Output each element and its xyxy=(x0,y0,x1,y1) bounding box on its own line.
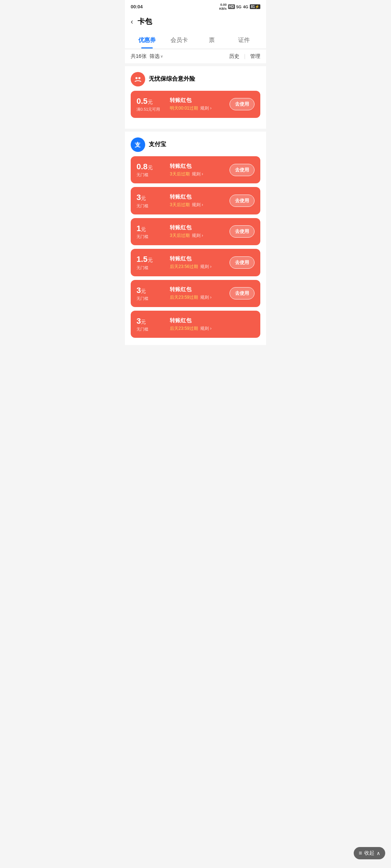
filter-bar: 共16张 筛选 ∨ 历史 ｜ 管理 xyxy=(125,50,266,63)
header: ‹ 卡包 xyxy=(125,12,266,32)
manage-button[interactable]: 管理 xyxy=(250,53,260,60)
divider: ｜ xyxy=(242,53,247,60)
coupon-condition: 满0.51元可用 xyxy=(136,107,165,112)
wuyou-section-name: 无忧保综合意外险 xyxy=(149,75,195,83)
coupon-card-alipay-2: 1元 无门槛 转账红包 3天后过期 规则 › 去使用 xyxy=(131,218,260,245)
coupon-amount-value: 0.5元 xyxy=(136,97,165,106)
coupon-info: 转账红包 3天后过期 规则 › xyxy=(165,193,230,208)
tab-bar: 优惠券 会员卡 票 证件 xyxy=(125,32,266,49)
coupon-expire-row: 明天00:01过期 规则 › xyxy=(170,105,225,111)
coupon-type-label: 转账红包 xyxy=(170,97,225,104)
coupon-card-alipay-5: 3元 无门槛 转账红包 后天23:59过期 规则 › xyxy=(131,311,260,338)
section-wuyou: 无忧保综合意外险 0.5元 满0.51元可用 转账红包 明天00:01过期 规则… xyxy=(125,66,266,129)
page-title: 卡包 xyxy=(138,17,152,26)
coupon-expire-row: 3天后过期 规则 › xyxy=(170,171,225,177)
coupon-info: 转账红包 3天后过期 规则 › xyxy=(165,224,230,239)
section-alipay: 支 支付宝 0.8元 无门槛 转账红包 3天后过期 规则 › 去使用 3元 无门… xyxy=(125,132,266,345)
filter-chevron-icon: ∨ xyxy=(160,54,163,58)
use-coupon-button-alipay-1[interactable]: 去使用 xyxy=(230,195,255,207)
filter-left: 共16张 筛选 ∨ xyxy=(131,53,163,60)
coupon-amount-area: 3元 无门槛 xyxy=(136,316,165,332)
tab-coupon[interactable]: 优惠券 xyxy=(131,32,163,48)
use-coupon-button-alipay-0[interactable]: 去使用 xyxy=(230,164,255,176)
tab-member[interactable]: 会员卡 xyxy=(163,32,196,48)
filter-right: 历史 ｜ 管理 xyxy=(229,53,260,60)
coupon-info: 转账红包 3天后过期 规则 › xyxy=(165,163,230,177)
coupon-expire-text: 后天23:59过期 xyxy=(170,294,198,301)
coupon-info: 转账红包 后天23:56过期 规则 › xyxy=(165,255,230,270)
coupon-rules-link[interactable]: 规则 › xyxy=(192,233,203,239)
coupon-amount-value: 3元 xyxy=(136,316,165,326)
network-speed-icon: 0.00KB/s xyxy=(219,3,227,11)
coupon-expire-row: 后天23:59过期 规则 › xyxy=(170,326,250,332)
5g-icon: 5G xyxy=(236,5,242,9)
coupon-expire-row: 后天23:56过期 规则 › xyxy=(170,264,225,270)
coupon-info: 转账红包 后天23:59过期 规则 › xyxy=(165,317,255,332)
svg-point-0 xyxy=(135,77,138,79)
coupon-type-label: 转账红包 xyxy=(170,317,250,324)
coupon-rules-link[interactable]: 规则 › xyxy=(200,294,211,301)
coupon-amount-area: 0.8元 无门槛 xyxy=(136,162,165,178)
coupon-expire-row: 3天后过期 规则 › xyxy=(170,233,225,239)
coupon-card-wuyou-0: 0.5元 满0.51元可用 转账红包 明天00:01过期 规则 › 去使用 xyxy=(131,91,260,118)
coupon-rules-link[interactable]: 规则 › xyxy=(192,202,203,208)
coupon-amount-area: 3元 无门槛 xyxy=(136,193,165,208)
coupon-amount-value: 1.5元 xyxy=(136,255,165,264)
status-time: 00:04 xyxy=(131,4,143,9)
coupon-card-alipay-0: 0.8元 无门槛 转账红包 3天后过期 规则 › 去使用 xyxy=(131,156,260,183)
use-coupon-button-alipay-2[interactable]: 去使用 xyxy=(230,225,255,238)
wuyou-logo-icon xyxy=(131,72,145,86)
coupon-type-label: 转账红包 xyxy=(170,224,225,231)
coupon-expire-text: 后天23:59过期 xyxy=(170,326,198,332)
filter-button[interactable]: 筛选 ∨ xyxy=(150,53,163,60)
use-coupon-button-alipay-3[interactable]: 去使用 xyxy=(230,256,255,269)
back-button[interactable]: ‹ xyxy=(131,18,133,25)
coupon-condition: 无门槛 xyxy=(136,296,165,301)
coupon-condition: 无门槛 xyxy=(136,265,165,271)
coupon-expire-row: 后天23:59过期 规则 › xyxy=(170,294,225,301)
coupon-condition: 无门槛 xyxy=(136,203,165,209)
coupon-condition: 无门槛 xyxy=(136,234,165,239)
coupon-amount-area: 3元 无门槛 xyxy=(136,286,165,301)
history-button[interactable]: 历史 xyxy=(229,53,239,60)
svg-point-1 xyxy=(138,77,140,79)
section-wuyou-header: 无忧保综合意外险 xyxy=(131,72,260,86)
coupon-amount-area: 0.5元 满0.51元可用 xyxy=(136,97,165,112)
coupon-type-label: 转账红包 xyxy=(170,193,225,200)
use-coupon-button-alipay-4[interactable]: 去使用 xyxy=(230,287,255,299)
coupon-card-alipay-1: 3元 无门槛 转账红包 3天后过期 规则 › 去使用 xyxy=(131,187,260,214)
coupon-expire-text: 明天00:01过期 xyxy=(170,105,198,111)
tab-id[interactable]: 证件 xyxy=(228,32,261,48)
coupon-type-label: 转账红包 xyxy=(170,163,225,170)
coupon-expire-text: 后天23:56过期 xyxy=(170,264,198,270)
coupon-amount-area: 1元 无门槛 xyxy=(136,224,165,239)
coupon-type-label: 转账红包 xyxy=(170,255,225,262)
coupon-card-alipay-4: 3元 无门槛 转账红包 后天23:59过期 规则 › 去使用 xyxy=(131,280,260,307)
use-coupon-button-wuyou-0[interactable]: 去使用 xyxy=(230,98,255,110)
status-icons: 0.00KB/s HD 5G 4G 81⚡ xyxy=(219,3,260,11)
coupon-count: 共16张 xyxy=(131,53,147,60)
coupon-rules-link[interactable]: 规则 › xyxy=(200,105,211,111)
coupon-amount-value: 3元 xyxy=(136,286,165,295)
coupon-type-label: 转账红包 xyxy=(170,286,225,293)
coupon-card-alipay-3: 1.5元 无门槛 转账红包 后天23:56过期 规则 › 去使用 xyxy=(131,249,260,276)
status-bar: 00:04 0.00KB/s HD 5G 4G 81⚡ xyxy=(125,0,266,12)
coupon-rules-link[interactable]: 规则 › xyxy=(192,171,203,177)
coupon-expire-text: 3天后过期 xyxy=(170,233,190,239)
coupon-amount-value: 3元 xyxy=(136,193,165,202)
coupon-expire-row: 3天后过期 规则 › xyxy=(170,202,225,208)
coupon-expire-text: 3天后过期 xyxy=(170,171,190,177)
coupon-rules-link[interactable]: 规则 › xyxy=(200,326,211,332)
hd-icon: HD xyxy=(228,4,235,9)
svg-text:支: 支 xyxy=(134,142,141,148)
coupon-condition: 无门槛 xyxy=(136,327,165,332)
4g-icon: 4G xyxy=(243,5,248,9)
coupon-info: 转账红包 后天23:59过期 规则 › xyxy=(165,286,230,301)
alipay-section-name: 支付宝 xyxy=(149,141,166,148)
coupon-rules-link[interactable]: 规则 › xyxy=(200,264,211,270)
coupon-expire-text: 3天后过期 xyxy=(170,202,190,208)
coupon-amount-area: 1.5元 无门槛 xyxy=(136,255,165,270)
coupon-condition: 无门槛 xyxy=(136,172,165,178)
tab-ticket[interactable]: 票 xyxy=(196,32,228,48)
coupon-amount-value: 0.8元 xyxy=(136,162,165,171)
